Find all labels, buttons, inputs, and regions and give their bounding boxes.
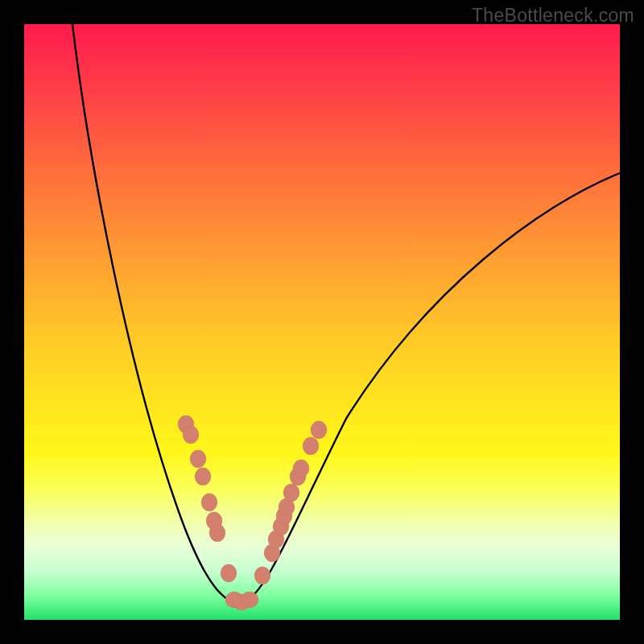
svg-point-6 <box>209 524 225 542</box>
curve-layer <box>24 24 620 620</box>
svg-point-20 <box>303 437 319 455</box>
svg-point-21 <box>311 421 327 439</box>
svg-point-2 <box>190 450 206 468</box>
right-curve <box>242 173 620 604</box>
svg-point-3 <box>195 468 211 485</box>
svg-point-11 <box>254 567 270 584</box>
svg-point-17 <box>283 484 299 502</box>
chart-frame: TheBottleneck.com <box>0 0 644 644</box>
plot-area <box>24 24 620 620</box>
svg-point-1 <box>183 426 199 444</box>
beads-left <box>178 415 237 582</box>
svg-point-19 <box>293 460 309 477</box>
svg-point-10 <box>241 592 258 608</box>
watermark-text: TheBottleneck.com <box>472 5 634 27</box>
beads-right <box>254 421 327 584</box>
beads-bottom <box>225 592 258 610</box>
svg-point-4 <box>201 493 217 511</box>
svg-point-7 <box>221 564 237 582</box>
